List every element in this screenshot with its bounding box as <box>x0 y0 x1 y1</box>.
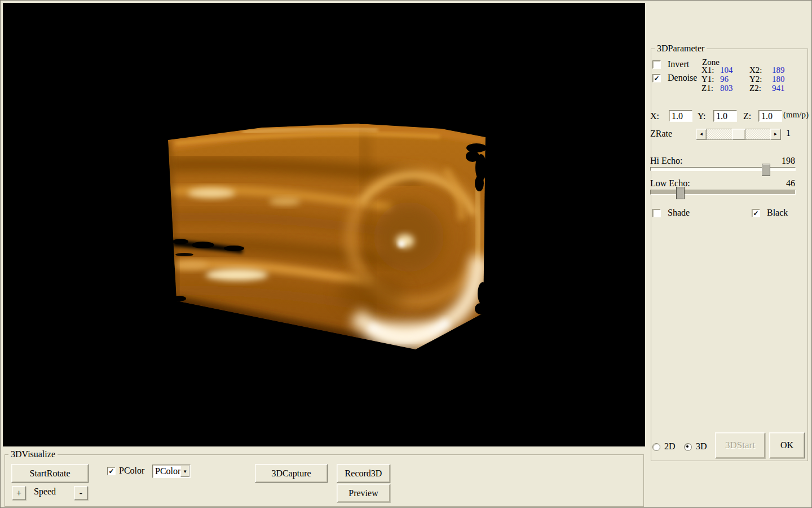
speed-plus-button[interactable]: + <box>12 486 26 500</box>
invert-checkbox[interactable] <box>652 60 661 69</box>
check-icon: ✓ <box>654 75 659 82</box>
scale-z-label: Z: <box>743 111 751 121</box>
hi-echo-label: Hi Echo: <box>650 156 682 166</box>
hi-echo-value: 198 <box>782 156 795 166</box>
zrate-scroll-right-button[interactable]: ► <box>770 129 781 140</box>
black-checkbox[interactable]: ✓ <box>752 209 760 217</box>
zone-z1-label: Z1: <box>701 84 720 93</box>
zone-y2-value: 180 <box>772 75 797 84</box>
pcolor-checkbox[interactable]: ✓ <box>107 467 116 475</box>
zone-y2-label: Y2: <box>749 75 772 84</box>
record-3d-button[interactable]: Record3D <box>337 464 390 483</box>
visualize-group-title: 3DVisualize <box>8 449 58 459</box>
black-label: Black <box>767 208 788 218</box>
zone-x2-label: X2: <box>749 65 772 75</box>
scale-y-label: Y: <box>698 111 706 121</box>
preview-button[interactable]: Preview <box>337 484 390 502</box>
ok-button[interactable]: OK <box>769 432 805 458</box>
speed-minus-button[interactable]: - <box>74 486 88 500</box>
zone-y1-value: 96 <box>720 75 749 84</box>
pcolor-combobox-dropdown-button[interactable]: ▼ <box>180 466 189 477</box>
zrate-label: ZRate <box>650 129 672 139</box>
app-window: 3DParameter Invert ✓ Denoise Zone X1: 10… <box>0 0 812 508</box>
mode-3d-label: 3D <box>696 441 707 452</box>
speed-label: Speed <box>34 487 56 497</box>
invert-label: Invert <box>668 59 689 69</box>
zone-z1-value: 803 <box>720 84 749 93</box>
pcolor-combobox[interactable]: PColor ▼ <box>152 465 191 478</box>
render-viewport[interactable] <box>3 3 645 446</box>
zone-z2-label: Z2: <box>749 84 772 93</box>
pcolor-label: PColor <box>119 466 144 476</box>
mode-2d-label: 2D <box>664 441 676 452</box>
zone-table: X1: 104 X2: 189 Y1: 96 Y2: 180 Z1: 803 Z… <box>701 65 797 93</box>
low-echo-value: 46 <box>782 178 795 189</box>
scale-y-input[interactable] <box>713 110 737 122</box>
scale-unit-label: (mm/p) <box>783 110 809 120</box>
hi-echo-slider-thumb[interactable] <box>762 164 770 176</box>
zone-x2-value: 189 <box>772 65 797 75</box>
parameter-group-title: 3DParameter <box>655 43 707 54</box>
mode-3d-radio[interactable] <box>684 443 692 451</box>
check-icon: ✓ <box>108 468 114 475</box>
scale-x-input[interactable] <box>669 110 692 122</box>
mode-2d-radio[interactable] <box>652 443 660 451</box>
volume-render-svg <box>3 3 645 446</box>
shade-label: Shade <box>668 208 690 218</box>
zrate-scroll-left-button[interactable]: ◄ <box>696 129 707 140</box>
pcolor-combobox-value: PColor <box>153 466 180 476</box>
zone-y1-label: Y1: <box>701 75 720 84</box>
check-icon: ✓ <box>753 210 758 217</box>
hi-echo-slider-track[interactable] <box>650 167 796 171</box>
zone-x1-label: X1: <box>701 65 720 75</box>
zrate-value: 1 <box>786 128 791 138</box>
low-echo-slider-thumb[interactable] <box>676 187 685 199</box>
capture-3d-button[interactable]: 3DCapture <box>255 464 328 483</box>
scale-x-label: X: <box>650 111 659 121</box>
arrow-right-icon: ► <box>774 132 778 137</box>
scale-z-input[interactable] <box>758 110 782 122</box>
radio-dot-icon <box>686 445 689 448</box>
zone-z2-value: 941 <box>772 84 797 93</box>
start-rotate-button[interactable]: StartRotate <box>11 464 89 483</box>
arrow-left-icon: ◄ <box>699 132 704 137</box>
chevron-down-icon: ▼ <box>183 469 187 474</box>
shade-checkbox[interactable] <box>652 209 661 217</box>
zone-x1-value: 104 <box>720 65 749 75</box>
start-3d-button[interactable]: 3DStart <box>715 432 765 458</box>
denoise-checkbox[interactable]: ✓ <box>652 74 661 82</box>
denoise-label: Denoise <box>668 73 697 83</box>
zrate-scrollbar-thumb[interactable] <box>732 129 745 140</box>
low-echo-slider-track[interactable] <box>650 190 796 195</box>
